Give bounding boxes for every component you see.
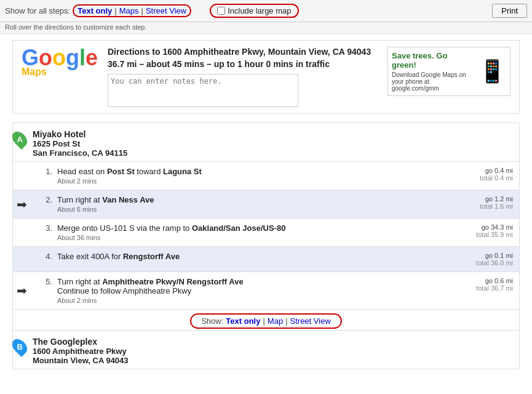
- step-text-4: Take exit 400A for Rengstorff Ave: [55, 247, 439, 272]
- marker-a-label: A: [17, 135, 22, 144]
- step-sub-1: About 2 mins: [57, 177, 436, 185]
- maps-link[interactable]: Maps: [119, 6, 139, 15]
- origin-block: A Miyako Hotel 1625 Post St San Francisc…: [13, 123, 519, 161]
- header-card: Google Maps Directions to 1600 Amphithea…: [12, 40, 520, 114]
- top-bar: Show for all steps: Text only | Maps | S…: [0, 0, 532, 22]
- step-text-1: Head east on Post St toward Laguna St Ab…: [55, 162, 439, 190]
- step-arrow-5: ➡: [13, 272, 30, 310]
- marker-b: B: [9, 336, 30, 357]
- step-total-1: total 0.4 mi: [441, 174, 513, 182]
- include-map-area: Include large map: [210, 4, 298, 18]
- marker-b-label: B: [17, 342, 22, 352]
- bottom-sep1: |: [263, 316, 264, 326]
- step-row-4: 4. Take exit 400A for Rengstorff Ave go …: [13, 247, 519, 272]
- time-info: 36.7 mi – about 45 mins – up to 1 hour 0…: [108, 59, 375, 69]
- step-num-4: 4.: [30, 247, 55, 272]
- step-go-4: go 0.1 mi: [441, 252, 513, 259]
- directions-outer: A Miyako Hotel 1625 Post St San Francisc…: [12, 123, 520, 369]
- sep2: |: [141, 6, 143, 15]
- traffic-value: up to 1 hour 0 mins in traffic: [214, 59, 330, 69]
- step-row-5: ➡ 5. Turn right at Amphitheatre Pkwy/N R…: [13, 272, 519, 310]
- step-num-3: 3.: [30, 219, 55, 247]
- include-map-label[interactable]: Include large map: [228, 6, 291, 15]
- step-main-3: Merge onto US-101 S via the ramp to Oakl…: [57, 223, 436, 233]
- step-sub-2: About 6 mins: [57, 206, 436, 213]
- step-arrow-1: [13, 162, 30, 190]
- destination-address2: Mountain View, CA 94043: [33, 356, 129, 365]
- step-arrow-3: [13, 219, 30, 247]
- destination-address1: 1600 Amphitheatre Pkwy: [33, 347, 129, 356]
- logo-g2: g: [66, 45, 79, 70]
- bottom-sv-link[interactable]: Street View: [290, 316, 331, 326]
- step-go-1: go 0.4 mi: [441, 167, 513, 174]
- steps-table: 1. Head east on Post St toward Laguna St…: [13, 161, 519, 309]
- save-trees-sub: Download Google Maps on your phone at go…: [392, 71, 471, 92]
- show-label: Show for all steps:: [5, 6, 70, 15]
- step-num-2: 2.: [30, 190, 55, 219]
- step-sub-3: About 36 mins: [57, 234, 436, 241]
- print-button[interactable]: Print: [492, 4, 527, 18]
- step-total-4: total 36.0 mi: [441, 259, 513, 267]
- destination-block: B The Googleplex 1600 Amphitheatre Pkwy …: [13, 330, 519, 369]
- step-num-5: 5.: [30, 272, 55, 310]
- origin-marker: A: [13, 129, 26, 148]
- notes-textarea[interactable]: [108, 74, 298, 107]
- logo-e: e: [85, 45, 98, 70]
- step-main-5b: Continue to follow Amphitheatre Pkwy: [57, 286, 436, 296]
- step-text-5: Turn right at Amphitheatre Pkwy/N Rengst…: [55, 272, 439, 310]
- step-total-3: total 35.9 mi: [441, 231, 513, 238]
- marker-a: A: [9, 129, 30, 150]
- step-go-3: go 34.3 mi: [441, 223, 513, 231]
- include-map-checkbox[interactable]: [217, 7, 225, 15]
- origin-text: Miyako Hotel 1625 Post St San Francisco,…: [33, 129, 127, 158]
- step-arrow-2: ➡: [13, 190, 30, 219]
- save-trees-banner: Save trees. Go green! Download Google Ma…: [387, 47, 510, 96]
- google-logo: Google Maps: [22, 47, 95, 78]
- step-total-2: total 1.6 mi: [441, 203, 513, 210]
- destination-name: The Googleplex: [33, 337, 129, 347]
- step-text-2: Turn right at Van Ness Ave About 6 mins: [55, 190, 439, 219]
- step-main-5: Turn right at Amphitheatre Pkwy/N Rengst…: [57, 277, 436, 286]
- step-sub-5: About 2 mins: [57, 297, 436, 304]
- logo-o2: o: [52, 45, 66, 70]
- origin-address1: 1625 Post St: [33, 139, 127, 148]
- step-go-5: go 0.6 mi: [441, 277, 513, 284]
- bottom-text-only-link[interactable]: Text only: [226, 316, 260, 326]
- step-arrow-4: [13, 247, 30, 272]
- dash1: –: [139, 59, 146, 69]
- dash2: –: [207, 59, 214, 69]
- bottom-sep2: |: [285, 316, 287, 326]
- show-options-circle: Text only | Maps | Street View: [73, 4, 191, 17]
- logo-l: l: [79, 45, 85, 70]
- save-trees-content: Save trees. Go green! Download Google Ma…: [392, 51, 471, 92]
- origin-name: Miyako Hotel: [33, 129, 127, 139]
- step-row-1: 1. Head east on Post St toward Laguna St…: [13, 162, 519, 190]
- destination-title: Directions to 1600 Amphitheatre Pkwy, Mo…: [108, 47, 375, 57]
- distance-value: 36.7 mi: [108, 59, 137, 69]
- rollover-text: Roll over the directions to customize ea…: [0, 22, 532, 34]
- step-num-1: 1.: [30, 162, 55, 190]
- origin-address2: San Francisco, CA 94115: [33, 148, 127, 158]
- destination-marker: B: [13, 337, 26, 355]
- right-arrow-icon-2: ➡: [17, 198, 27, 211]
- main-content: Google Maps Directions to 1600 Amphithea…: [0, 34, 532, 376]
- step-total-5: total 36.7 mi: [441, 284, 513, 292]
- street-view-link[interactable]: Street View: [146, 6, 186, 15]
- bottom-show-bar: Show: Text only | Map | Street View: [13, 309, 519, 330]
- bottom-show-circle: Show: Text only | Map | Street View: [190, 313, 342, 329]
- step-main-1: Head east on Post St toward Laguna St: [57, 167, 436, 176]
- destination-text: The Googleplex 1600 Amphitheatre Pkwy Mo…: [33, 337, 129, 365]
- step-row-2: ➡ 2. Turn right at Van Ness Ave About 6 …: [13, 190, 519, 219]
- google-logo-text: Google: [22, 47, 95, 69]
- step-dist-4: go 0.1 mi total 36.0 mi: [439, 247, 519, 272]
- step-main-4: Take exit 400A for Rengstorff Ave: [57, 252, 436, 261]
- step-go-2: go 1.2 mi: [441, 195, 513, 203]
- step-dist-5: go 0.6 mi total 36.7 mi: [439, 272, 519, 310]
- text-only-link[interactable]: Text only: [77, 6, 112, 15]
- step-main-2: Turn right at Van Ness Ave: [57, 195, 436, 204]
- bottom-show-label: Show:: [201, 316, 223, 326]
- right-arrow-icon-5: ➡: [17, 284, 27, 297]
- save-trees-title: Save trees. Go green!: [392, 51, 471, 70]
- bottom-map-link[interactable]: Map: [268, 316, 283, 326]
- duration-value: about 45 mins: [146, 59, 204, 69]
